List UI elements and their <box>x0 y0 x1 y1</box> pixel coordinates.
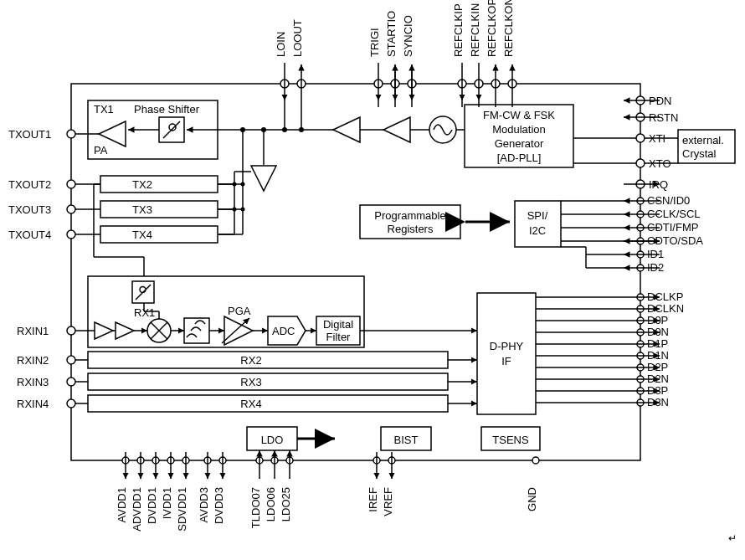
svg-text:Registers: Registers <box>388 223 434 235</box>
label-trigi: TRIGI <box>368 28 381 57</box>
label-rstn: RSTN <box>649 111 678 124</box>
label-txout3: TXOUT3 <box>8 203 51 216</box>
svg-text:D2P: D2P <box>647 361 668 373</box>
svg-text:ADC: ADC <box>272 325 295 337</box>
svg-text:FM-CW & FSK: FM-CW & FSK <box>483 109 555 121</box>
label-extcrystal1: external. <box>682 134 724 146</box>
svg-text:AVDD3: AVDD3 <box>198 487 210 522</box>
pin-rxin3 <box>67 378 75 386</box>
dphy-pin-cluster: DCLKP DCLKN D0P D0N D1P D1N D2P D2N D3P … <box>624 290 684 408</box>
pin-txout2 <box>67 180 75 188</box>
label-irq: IRQ <box>649 178 668 191</box>
svg-text:DCLKN: DCLKN <box>647 302 684 315</box>
splitter-icon <box>251 166 276 191</box>
svg-text:IVDD1: IVDD1 <box>161 487 173 519</box>
svg-text:ADVDD1: ADVDD1 <box>131 487 143 532</box>
svg-text:D1N: D1N <box>647 349 669 362</box>
spi-pin-cluster: CSN/ID0 CCLK/SCL CDTI/FMP CDTO/SDA ID1 I… <box>624 194 703 274</box>
svg-text:DVDD1: DVDD1 <box>146 487 158 524</box>
label-startio: STARTIO <box>385 11 398 57</box>
label-loout: LOOUT <box>291 19 304 57</box>
block-tx3 <box>100 201 218 218</box>
label-rxin4: RXIN4 <box>17 398 49 410</box>
svg-text:IF: IF <box>501 355 511 367</box>
svg-text:TX4: TX4 <box>132 229 152 241</box>
svg-text:LDO: LDO <box>261 434 284 446</box>
svg-text:CCLK/SCL: CCLK/SCL <box>647 208 701 220</box>
block-rx2 <box>88 352 448 368</box>
svg-text:Modulation: Modulation <box>492 123 546 136</box>
supply-pin-cluster: AVDD1 ADVDD1 DVDD1 IVDD1 SDVDD1 AVDD3 DV… <box>116 452 226 532</box>
paragraph-mark-icon: ↵ <box>728 532 737 544</box>
block-dphy <box>477 293 536 414</box>
block-tx2 <box>100 176 218 193</box>
svg-text:IREF: IREF <box>367 487 379 512</box>
label-txout4: TXOUT4 <box>8 229 51 241</box>
amp-lobuf1-icon <box>383 117 410 142</box>
svg-text:RX2: RX2 <box>240 354 261 367</box>
svg-text:[AD-PLL]: [AD-PLL] <box>497 152 542 164</box>
pin-xto <box>636 159 645 167</box>
label-pa: PA <box>94 144 108 157</box>
svg-text:ID1: ID1 <box>647 248 664 260</box>
svg-text:LDO06: LDO06 <box>265 487 277 521</box>
ldo-out-pin-cluster: TLDO07 LDO06 LDO25 <box>249 450 293 528</box>
svg-text:D3P: D3P <box>647 384 668 397</box>
svg-text:CSN/ID0: CSN/ID0 <box>647 194 690 207</box>
block-rx3 <box>88 373 448 390</box>
label-txout2: TXOUT2 <box>8 178 51 191</box>
svg-text:CDTI/FMP: CDTI/FMP <box>647 221 698 234</box>
pin-txout4 <box>67 230 75 239</box>
label-gnd: GND <box>526 487 538 511</box>
svg-text:RX4: RX4 <box>240 398 261 410</box>
label-pdn: PDN <box>649 95 671 107</box>
svg-text:I2C: I2C <box>529 224 546 237</box>
pin-txout3 <box>67 205 75 213</box>
label-refclkip: REFCLKIP <box>452 3 465 57</box>
pin-xti <box>636 134 645 142</box>
label-refclkin: REFCLKIN <box>469 3 481 57</box>
svg-text:SPI/: SPI/ <box>527 209 548 222</box>
svg-text:D3N: D3N <box>647 396 669 408</box>
svg-text:Digital: Digital <box>323 318 353 331</box>
pin-gnd <box>532 457 539 464</box>
block-rx4 <box>88 395 448 412</box>
pin-txout1 <box>67 130 75 138</box>
svg-text:RX3: RX3 <box>240 376 261 388</box>
label-rxin1: RXIN1 <box>17 325 49 337</box>
label-txout1: TXOUT1 <box>8 128 51 141</box>
svg-text:D0P: D0P <box>647 314 668 326</box>
label-syncio: SYNCIO <box>402 15 414 57</box>
ref-pin-cluster: IREF VREF <box>367 452 395 516</box>
label-phase-shifter: Phase Shifter <box>134 103 200 116</box>
svg-text:CDTO/SDA: CDTO/SDA <box>647 234 703 247</box>
svg-text:DVDD3: DVDD3 <box>213 487 225 524</box>
svg-text:TX2: TX2 <box>132 178 152 191</box>
label-rxin3: RXIN3 <box>17 376 49 388</box>
svg-text:VREF: VREF <box>382 487 394 516</box>
svg-text:D0N: D0N <box>647 326 669 338</box>
svg-text:TX3: TX3 <box>132 203 152 216</box>
label-refclkop: REFCLKOP <box>486 0 498 57</box>
svg-text:ID2: ID2 <box>647 261 664 274</box>
svg-text:Generator: Generator <box>495 137 544 150</box>
svg-text:D1P: D1P <box>647 337 668 350</box>
pin-rxin4 <box>67 399 75 408</box>
svg-point-119 <box>261 127 266 132</box>
svg-text:DCLKP: DCLKP <box>647 290 683 303</box>
block-tx4 <box>100 226 218 243</box>
svg-text:AVDD1: AVDD1 <box>116 487 128 522</box>
svg-text:D-PHY: D-PHY <box>490 340 524 352</box>
svg-text:Programmable: Programmable <box>374 209 445 222</box>
label-extcrystal2: Crystal <box>682 147 717 160</box>
svg-text:SDVDD1: SDVDD1 <box>176 487 188 532</box>
pin-rxin2 <box>67 356 75 364</box>
label-rxin2: RXIN2 <box>17 354 49 367</box>
svg-text:LDO25: LDO25 <box>280 487 292 521</box>
label-loin: LOIN <box>275 32 287 57</box>
svg-text:D2N: D2N <box>647 372 669 385</box>
svg-text:Filter: Filter <box>326 331 352 343</box>
svg-text:PGA: PGA <box>228 305 251 317</box>
pin-rxin1 <box>67 326 75 335</box>
label-tx1: TX1 <box>94 103 114 116</box>
